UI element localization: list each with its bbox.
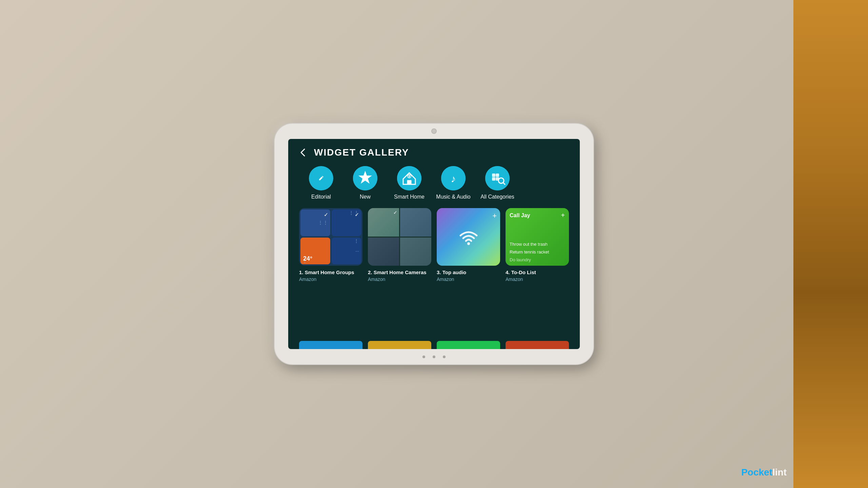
watermark: Pocketlint: [741, 467, 787, 478]
editorial-label: Editorial: [311, 194, 331, 200]
screen: WIDGET GALLERY Editorial: [288, 139, 580, 349]
widget-thumb-4: Call Jay + Throw out the trash Return te…: [506, 208, 569, 266]
todo-item-3: Do laundry: [510, 257, 565, 262]
camera-cell-1: ✓: [368, 208, 399, 237]
categories-row: Editorial New: [288, 163, 580, 207]
ellipsis-icon: ···: [355, 248, 359, 253]
todo-add-icon: +: [561, 211, 565, 219]
widget-subtitle-1: Amazon: [299, 277, 362, 282]
peek-item-3: [437, 341, 500, 349]
widget-thumb-1: ⋮⋮ ✓ ⋮⋮ ✓ 24° ⋮ ··· ⋮: [299, 208, 362, 266]
widget-title-2: 2. Smart Home Cameras: [368, 269, 431, 276]
camera-img-3: [368, 238, 399, 266]
back-button[interactable]: [299, 148, 307, 157]
widget-card-1[interactable]: ⋮⋮ ✓ ⋮⋮ ✓ 24° ⋮ ··· ⋮: [299, 208, 362, 334]
widget-card-3[interactable]: + 3. Top audio Amazon: [437, 208, 500, 334]
music-audio-label: Music & Audio: [436, 194, 470, 200]
widget-thumb-2: ✓: [368, 208, 431, 266]
widget-card-4[interactable]: Call Jay + Throw out the trash Return te…: [506, 208, 569, 334]
camera-cell-2: [400, 208, 431, 237]
widget-subtitle-3: Amazon: [437, 277, 500, 282]
widget-label-3: 3. Top audio Amazon: [437, 269, 500, 282]
watermark-prefix: Pocket: [741, 467, 772, 477]
category-all[interactable]: All Categories: [475, 166, 519, 200]
new-label: New: [360, 194, 371, 200]
bottom-dot-2: [433, 355, 435, 358]
widget-subtitle-2: Amazon: [368, 277, 431, 282]
camera-img-2: [400, 208, 431, 237]
todo-items: Throw out the trash Return tennis racket…: [510, 242, 565, 262]
todo-item-1: Throw out the trash: [510, 242, 565, 247]
dots-icon-1: ⋮⋮: [318, 221, 328, 224]
audio-wifi-icon: [458, 226, 479, 248]
widget-title-4: 4. To-Do List: [506, 269, 569, 276]
svg-text:♪: ♪: [451, 173, 456, 184]
check-icon-2: ✓: [355, 211, 359, 218]
header: WIDGET GALLERY: [288, 139, 580, 163]
peek-item-2: [368, 341, 431, 349]
device-bottom-dots: [422, 355, 446, 358]
camera-img-4: [400, 238, 431, 266]
svg-rect-11: [492, 177, 495, 181]
watermark-suffix: lint: [772, 467, 787, 477]
widget-label-1: 1. Smart Home Groups Amazon: [299, 269, 362, 282]
page-title: WIDGET GALLERY: [314, 147, 409, 158]
smart-home-icon: [397, 166, 421, 190]
camera-cell-4: [400, 238, 431, 266]
category-new[interactable]: New: [343, 166, 387, 200]
widget-thumb-3: +: [437, 208, 500, 266]
widget-card-2[interactable]: ✓ 2. Smart Home: [368, 208, 431, 334]
todo-item-2: Return tennis racket: [510, 249, 565, 255]
todo-title: Call Jay: [510, 212, 530, 219]
wall-background: Pocketlint WIDGET GALLERY: [0, 0, 868, 488]
widget-subtitle-4: Amazon: [506, 277, 569, 282]
peek-item-1: [299, 341, 362, 349]
widget-label-4: 4. To-Do List Amazon: [506, 269, 569, 282]
dots-icon-4: ⋮: [354, 240, 359, 242]
widget-label-2: 2. Smart Home Cameras Amazon: [368, 269, 431, 282]
category-smart-home[interactable]: Smart Home: [387, 166, 431, 200]
bottom-dot-3: [443, 355, 446, 358]
all-categories-label: All Categories: [480, 194, 514, 200]
editorial-icon: [309, 166, 333, 190]
widget-title-1: 1. Smart Home Groups: [299, 269, 362, 276]
svg-point-15: [467, 242, 470, 245]
svg-rect-9: [492, 174, 495, 177]
check-icon-1: ✓: [324, 211, 328, 218]
category-editorial[interactable]: Editorial: [299, 166, 343, 200]
camera-check-1: ✓: [393, 210, 397, 215]
camera-cell-3: [368, 238, 399, 266]
peek-item-4: [506, 341, 569, 349]
todo-header: Call Jay +: [510, 211, 565, 219]
device-frame: WIDGET GALLERY Editorial: [275, 124, 593, 364]
all-categories-icon: [485, 166, 510, 190]
smart-home-label: Smart Home: [394, 194, 425, 200]
widget-grid: ⋮⋮ ✓ ⋮⋮ ✓ 24° ⋮ ··· ⋮: [288, 207, 580, 341]
audio-add-icon: +: [492, 211, 497, 220]
music-audio-icon: ♪: [441, 166, 466, 190]
new-icon: [353, 166, 377, 190]
svg-rect-10: [496, 174, 499, 177]
bottom-peek-row: [288, 341, 580, 349]
category-music-audio[interactable]: ♪ Music & Audio: [431, 166, 475, 200]
bottom-dot-1: [422, 355, 425, 358]
temperature-value: 24°: [303, 255, 312, 262]
widget-title-3: 3. Top audio: [437, 269, 500, 276]
